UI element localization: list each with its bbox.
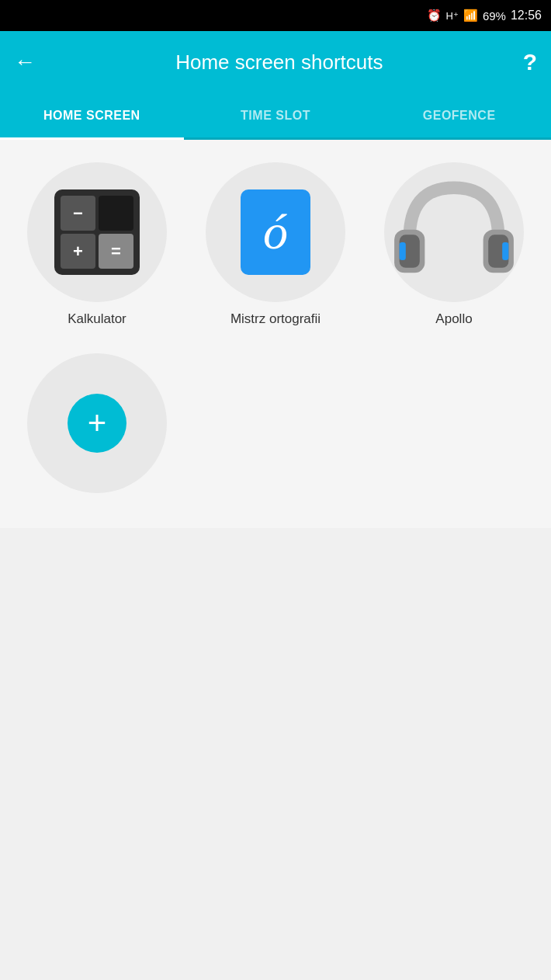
help-button[interactable]: ? (523, 49, 537, 75)
shortcut-kalkulator[interactable]: − + = Kalkulator (8, 155, 186, 334)
shortcut-mistrz-circle: ó (206, 162, 345, 302)
add-shortcut-circle: + (27, 353, 167, 493)
calculator-icon: − + = (54, 189, 140, 275)
alarm-icon: ⏰ (427, 9, 442, 23)
calc-equals: = (99, 234, 133, 269)
shortcut-kalkulator-circle: − + = (27, 162, 167, 302)
shortcuts-grid: − + = Kalkulator ó Mistrz ortografii (0, 140, 551, 528)
app-bar-title: Home screen shortcuts (48, 50, 511, 75)
headphones-icon (384, 162, 524, 302)
calc-minus: − (61, 196, 95, 231)
signal-icon: H⁺ (446, 10, 459, 22)
battery-percent: 69% (483, 9, 506, 23)
shortcut-apollo[interactable]: Apollo (365, 155, 543, 334)
mistrz-icon: ó (241, 189, 310, 275)
network-bars-icon: 📶 (463, 9, 478, 23)
add-shortcut-button[interactable]: + (68, 394, 126, 453)
calc-dark (99, 196, 133, 231)
add-shortcut-item[interactable]: + (8, 334, 186, 513)
shortcut-apollo-label: Apollo (435, 311, 472, 327)
app-bar: ← Home screen shortcuts ? (0, 31, 551, 93)
tab-home-screen[interactable]: HOME SCREEN (0, 93, 184, 137)
back-button[interactable]: ← (14, 50, 36, 75)
tab-time-slot[interactable]: TIME SLOT (184, 93, 368, 137)
shortcut-kalkulator-label: Kalkulator (68, 311, 126, 327)
clock-time: 12:56 (511, 9, 542, 23)
status-bar: ⏰ H⁺ 📶 69% 12:56 (0, 0, 551, 31)
shortcut-mistrz[interactable]: ó Mistrz ortografii (186, 155, 365, 334)
svg-rect-5 (502, 242, 508, 260)
tab-geofence[interactable]: GEOFENCE (367, 93, 551, 137)
shortcut-mistrz-label: Mistrz ortografii (230, 311, 321, 327)
status-icons: ⏰ H⁺ 📶 69% 12:56 (427, 9, 542, 23)
calc-plus: + (61, 234, 95, 269)
shortcut-apollo-circle (384, 162, 524, 302)
svg-rect-4 (400, 242, 406, 260)
tabs-bar: HOME SCREEN TIME SLOT GEOFENCE (0, 93, 551, 140)
